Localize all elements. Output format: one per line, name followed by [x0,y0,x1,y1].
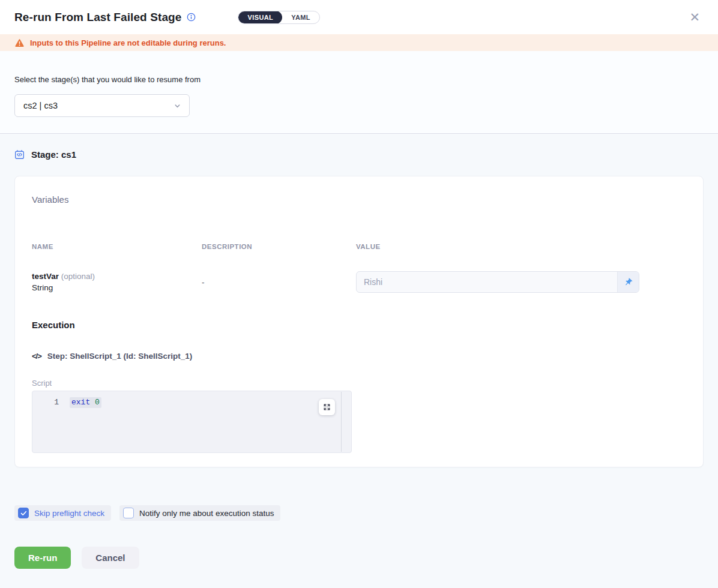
variable-row: testVar (optional) String - [32,271,686,293]
variable-optional-tag: (optional) [61,272,95,281]
script-label: Script [32,379,686,388]
modal-header: Re-run From Last Failed Stage VISUAL YAM… [0,0,718,34]
variable-value-input-group [356,271,639,293]
rerun-modal: Re-run From Last Failed Stage VISUAL YAM… [0,0,718,588]
chevron-down-icon [173,101,182,110]
code-line: 1 exit 0 [32,391,351,408]
visual-yaml-toggle: VISUAL YAML [238,11,320,24]
toggle-yaml[interactable]: YAML [282,11,319,24]
cancel-button[interactable]: Cancel [82,547,139,569]
expand-icon[interactable] [319,399,335,415]
warning-banner: Inputs to this Pipeline are not editable… [0,34,718,51]
variables-heading: Variables [32,194,686,205]
variable-value-cell [356,271,686,293]
script-code-editor[interactable]: 1 exit 0 [32,391,352,453]
code-text: exit 0 [70,397,101,408]
line-number: 1 [32,397,70,408]
code-icon: </> [32,352,41,361]
stage-title: Stage: cs1 [31,149,76,160]
stage-title-row: Stage: cs1 [14,134,704,160]
step-title: Step: ShellScript_1 (Id: ShellScript_1) [47,352,193,361]
variable-value-input[interactable] [357,272,617,292]
code-keyword: exit [71,398,90,407]
variables-header-row: NAME DESCRIPTION VALUE [32,243,686,250]
stage-select-dropdown[interactable]: cs2 | cs3 [14,94,190,117]
rerun-button[interactable]: Re-run [14,547,71,569]
modal-body: Stage: cs1 Variables NAME DESCRIPTION VA… [0,134,718,588]
stage-card: Variables NAME DESCRIPTION VALUE testVar… [14,176,704,467]
notify-only-me-label: Notify only me about execution status [139,509,274,518]
warning-triangle-icon [15,38,24,47]
stage-icon [14,149,25,160]
column-header-description: DESCRIPTION [202,243,356,250]
column-header-name: NAME [32,243,202,250]
code-argument: 0 [95,398,100,407]
variable-name-cell: testVar (optional) String [32,271,202,293]
close-icon[interactable]: ✕ [686,10,704,25]
step-row: </> Step: ShellScript_1 (Id: ShellScript… [32,352,686,361]
skip-preflight-option[interactable]: Skip preflight check [14,505,111,521]
notify-only-me-option[interactable]: Notify only me about execution status [119,505,280,521]
column-header-value: VALUE [356,243,686,250]
variable-description: - [202,278,356,287]
skip-preflight-checkbox[interactable] [18,508,29,518]
stage-select-label: Select the stage(s) that you would like … [14,75,704,84]
toggle-visual[interactable]: VISUAL [238,11,282,24]
execution-heading: Execution [32,320,686,330]
skip-preflight-label: Skip preflight check [34,509,104,518]
stage-select-value: cs2 | cs3 [23,101,173,110]
modal-title: Re-run From Last Failed Stage [14,11,181,24]
warning-text: Inputs to this Pipeline are not editable… [30,38,226,47]
variable-name: testVar [32,272,59,281]
variable-type: String [32,282,202,293]
editor-scrollbar[interactable] [341,392,342,452]
notify-only-me-checkbox[interactable] [123,508,134,518]
info-icon[interactable] [187,13,196,22]
options-row: Skip preflight check Notify only me abou… [14,505,704,521]
stage-select-section: Select the stage(s) that you would like … [0,51,718,134]
pin-icon[interactable] [617,272,639,292]
checkmark-icon [20,509,28,517]
actions-row: Re-run Cancel [14,547,704,569]
